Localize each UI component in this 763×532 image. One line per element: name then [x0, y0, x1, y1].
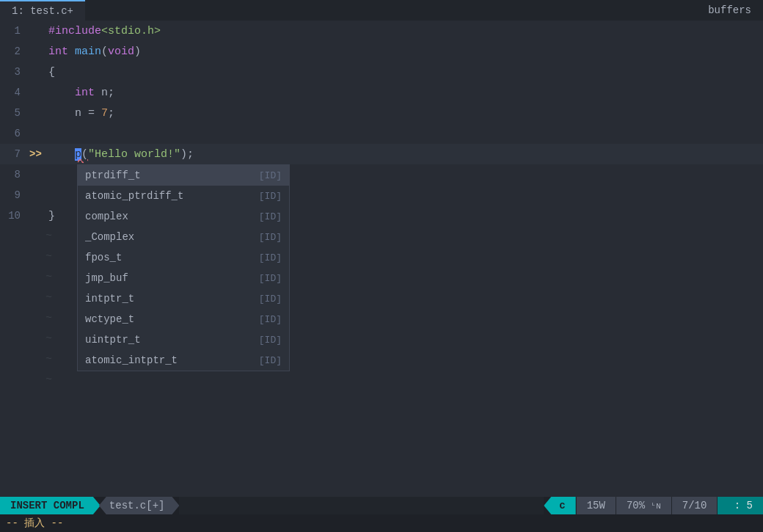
tab-label: 1: test.c+ [12, 5, 73, 17]
line-number: 1 [0, 21, 29, 41]
line-content: #include<stdio.h> [45, 21, 763, 42]
autocomplete-item[interactable]: complex[ID] [78, 206, 289, 227]
cmd-line: -- 插入 -- [0, 514, 763, 532]
line-number: 4 [0, 82, 29, 103]
code-line: 5 n = 7; [0, 103, 763, 123]
autocomplete-item[interactable]: atomic_intptr_t[ID] [78, 350, 289, 371]
autocomplete-item-name: wctype_t [85, 313, 134, 325]
status-percent: 70% ᴸN [616, 497, 671, 514]
status-col: : 5 [717, 497, 763, 514]
autocomplete-item-tag: [ID] [259, 294, 282, 305]
line-content: int n; [45, 83, 763, 103]
status-mode: INSERT COMPL [0, 497, 101, 514]
autocomplete-item-tag: [ID] [259, 273, 282, 284]
status-spacer [179, 497, 544, 514]
autocomplete-item-tag: [ID] [259, 170, 282, 181]
line-number: 2 [0, 41, 29, 62]
autocomplete-item-name: intptr_t [85, 293, 134, 305]
status-position: 7/10 [671, 497, 718, 514]
tab-bar: 1: test.c+ buffers [0, 0, 763, 21]
status-bar: INSERT COMPL test.c[+] c 15W 70% ᴸN 7/10… [0, 497, 763, 514]
autocomplete-item[interactable]: wctype_t[ID] [78, 309, 289, 329]
autocomplete-item[interactable]: uintptr_t[ID] [78, 329, 289, 350]
autocomplete-item[interactable]: jmp_buf[ID] [78, 268, 289, 288]
autocomplete-item-tag: [ID] [259, 335, 282, 346]
line-number: 5 [0, 103, 29, 123]
line-arrow: >> [29, 144, 45, 164]
line-content: { [45, 62, 763, 83]
autocomplete-item-name: fpos_t [85, 252, 122, 263]
line-number: 10 [0, 205, 29, 226]
code-line: 3{ [0, 62, 763, 82]
autocomplete-item-tag: [ID] [259, 232, 282, 243]
status-filename: test.c[+] [99, 497, 180, 514]
code-line: 7>> p("Hello world!"); [0, 144, 763, 164]
line-content: n = 7; [45, 103, 763, 124]
status-right: c 15W 70% ᴸN 7/10 : 5 [544, 497, 763, 514]
line-number: 6 [0, 123, 29, 144]
active-tab[interactable]: 1: test.c+ [0, 0, 85, 21]
autocomplete-item[interactable]: _Complex[ID] [78, 227, 289, 247]
autocomplete-item[interactable]: fpos_t[ID] [78, 247, 289, 268]
code-line: 1#include<stdio.h> [0, 21, 763, 41]
autocomplete-item-name: uintptr_t [85, 334, 141, 346]
status-filetype: c [544, 497, 575, 514]
code-line: 4 int n; [0, 82, 763, 103]
autocomplete-item-tag: [ID] [259, 314, 282, 325]
autocomplete-item-name: jmp_buf [85, 272, 128, 284]
status-words: 15W [576, 497, 616, 514]
autocomplete-item-name: atomic_intptr_t [85, 354, 178, 366]
autocomplete-item-name: ptrdiff_t [85, 170, 141, 181]
autocomplete-item[interactable]: intptr_t[ID] [78, 288, 289, 309]
autocomplete-item[interactable]: ptrdiff_t[ID] [78, 165, 289, 186]
code-line: 6 [0, 123, 763, 144]
line-content: int main(void) [45, 42, 763, 62]
autocomplete-item-name: atomic_ptrdiff_t [85, 190, 183, 202]
autocomplete-item-tag: [ID] [259, 252, 282, 263]
tilde-line: ~ [0, 370, 763, 390]
autocomplete-item-tag: [ID] [259, 355, 282, 366]
autocomplete-dropdown[interactable]: ptrdiff_t[ID]atomic_ptrdiff_t[ID]complex… [77, 164, 290, 371]
autocomplete-item-name: _Complex [85, 231, 134, 243]
line-number: 7 [0, 144, 29, 164]
line-content: p("Hello world!"); [45, 145, 763, 165]
editor-area: 1#include<stdio.h>2int main(void)3{4 int… [0, 21, 763, 497]
code-line: 2int main(void) [0, 41, 763, 62]
autocomplete-item-name: complex [85, 211, 128, 222]
autocomplete-item-tag: [ID] [259, 191, 282, 202]
line-number: 8 [0, 164, 29, 185]
buffers-button[interactable]: buffers [696, 0, 763, 21]
line-number: 3 [0, 62, 29, 82]
autocomplete-item-tag: [ID] [259, 211, 282, 222]
line-number: 9 [0, 185, 29, 205]
autocomplete-item[interactable]: atomic_ptrdiff_t[ID] [78, 186, 289, 206]
